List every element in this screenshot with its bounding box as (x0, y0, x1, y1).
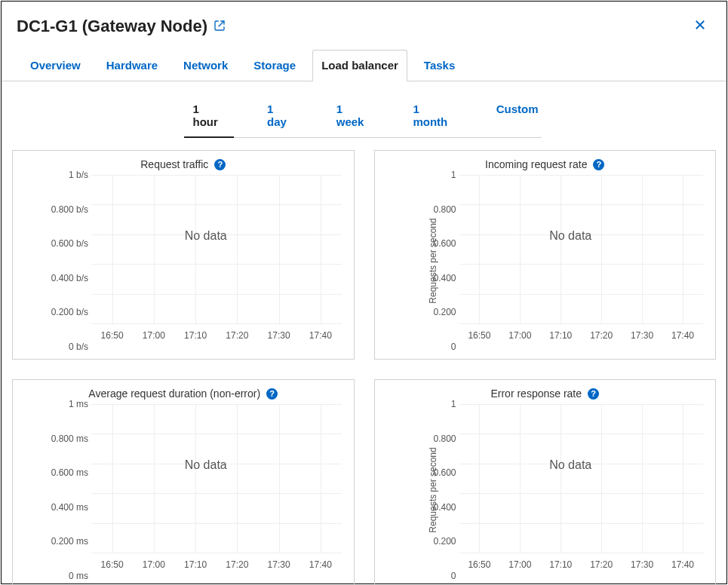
chart-card: Request traffic?1 b/s0.800 b/s0.600 b/s0… (12, 150, 355, 360)
chart-plot: 1 b/s0.800 b/s0.600 b/s0.400 b/s0.200 b/… (70, 175, 346, 347)
y-tick: 1 b/s (25, 170, 88, 180)
y-tick: 0 b/s (25, 342, 88, 352)
x-tick: 17:30 (631, 559, 653, 570)
chart-title: Incoming request rate? (382, 158, 708, 170)
chart-grid-area (459, 175, 704, 324)
page-title: DC1-G1 (Gateway Node) (17, 17, 226, 36)
x-tick: 17:10 (549, 330, 572, 341)
x-tick: 17:30 (268, 330, 290, 341)
y-tick: 0.400 b/s (25, 273, 88, 283)
x-tick: 17:10 (549, 559, 572, 570)
x-tick: 17:00 (508, 559, 531, 570)
title-text: DC1-G1 (Gateway Node) (17, 17, 207, 36)
help-icon[interactable]: ? (588, 388, 599, 400)
panel-header: DC1-G1 (Gateway Node) (2, 2, 726, 45)
time-range-bar: 1 hour 1 day 1 week 1 month Custom (187, 95, 542, 138)
open-external-icon[interactable] (213, 17, 226, 36)
range-1week[interactable]: 1 week (333, 95, 374, 137)
y-tick: 0.800 (393, 433, 456, 444)
node-detail-panel: DC1-G1 (Gateway Node) Overview Hardware … (1, 1, 727, 584)
y-tick: 0.400 (393, 502, 456, 513)
help-icon[interactable]: ? (266, 388, 278, 400)
chart-card: Error response rate?Requests per second1… (374, 379, 717, 585)
y-tick: 0 (393, 571, 456, 581)
x-tick: 17:00 (143, 559, 165, 570)
tab-overview[interactable]: Overview (30, 50, 81, 81)
x-tick: 17:10 (184, 330, 207, 341)
x-tick: 17:40 (671, 559, 694, 570)
chart-title: Average request duration (non-error)? (20, 387, 346, 400)
tab-storage[interactable]: Storage (253, 50, 296, 81)
y-tick: 0.800 ms (25, 433, 88, 444)
y-tick: 0 (393, 342, 456, 352)
no-data-text: No data (438, 229, 704, 243)
chart-title: Error response rate? (382, 387, 708, 400)
tab-tasks[interactable]: Tasks (424, 50, 455, 81)
range-custom[interactable]: Custom (493, 95, 542, 137)
y-tick: 0.400 ms (25, 502, 88, 513)
x-tick: 17:20 (226, 330, 248, 341)
x-tick: 17:30 (631, 330, 653, 341)
y-tick: 1 (393, 170, 456, 180)
range-1hour[interactable]: 1 hour (190, 95, 229, 137)
y-tick: 0 ms (25, 571, 88, 581)
tab-hardware[interactable]: Hardware (106, 50, 158, 81)
chart-grid-area (459, 404, 704, 553)
x-tick: 16:50 (101, 330, 124, 341)
tab-network[interactable]: Network (183, 50, 228, 81)
y-tick: 0.200 (393, 307, 456, 317)
no-data-text: No data (70, 229, 342, 243)
no-data-text: No data (70, 458, 342, 472)
chart-title-text: Incoming request rate (485, 158, 587, 170)
chart-grid-area (91, 175, 342, 324)
range-1day[interactable]: 1 day (264, 95, 297, 137)
x-tick: 17:40 (671, 330, 694, 341)
x-tick: 17:40 (309, 330, 332, 341)
y-tick: 0.800 (393, 204, 456, 215)
chart-ylabel: Requests per second (427, 218, 438, 303)
x-tick: 17:30 (268, 559, 290, 570)
chart-title-text: Average request duration (non-error) (88, 387, 260, 400)
y-tick: 1 ms (25, 399, 88, 409)
range-1month[interactable]: 1 month (410, 95, 456, 137)
y-tick: 1 (393, 399, 456, 409)
x-tick: 17:20 (226, 559, 248, 570)
help-icon[interactable]: ? (593, 159, 604, 170)
tab-load-balancer[interactable]: Load balancer (321, 50, 398, 81)
x-tick: 17:10 (184, 559, 207, 570)
x-tick: 17:00 (508, 330, 531, 341)
x-tick: 17:20 (590, 559, 613, 570)
chart-plot: Requests per second10.8000.6000.4000.200… (438, 175, 708, 347)
x-tick: 17:00 (143, 330, 165, 341)
chart-card: Average request duration (non-error)?1 m… (12, 379, 355, 585)
tab-bar: Overview Hardware Network Storage Load b… (2, 50, 726, 81)
y-tick: 0.200 b/s (25, 307, 88, 317)
chart-title-text: Error response rate (490, 387, 582, 400)
chart-title-text: Request traffic (140, 158, 208, 170)
close-button[interactable] (689, 14, 711, 39)
help-icon[interactable]: ? (214, 159, 226, 170)
x-tick: 17:20 (590, 330, 613, 341)
chart-plot: 1 ms0.800 ms0.600 ms0.400 ms0.200 ms0 ms… (70, 404, 346, 576)
y-tick: 0.200 (393, 536, 456, 547)
chart-grid: Request traffic?1 b/s0.800 b/s0.600 b/s0… (2, 138, 726, 585)
y-tick: 0.800 b/s (25, 204, 88, 215)
x-tick: 16:50 (468, 559, 490, 570)
y-tick: 0.400 (393, 273, 456, 283)
chart-grid-area (91, 404, 342, 553)
x-tick: 16:50 (468, 330, 490, 341)
x-tick: 16:50 (101, 559, 124, 570)
no-data-text: No data (438, 458, 704, 472)
chart-title: Request traffic? (20, 158, 346, 170)
chart-card: Incoming request rate?Requests per secon… (374, 150, 717, 360)
x-tick: 17:40 (309, 559, 332, 570)
y-tick: 0.200 ms (25, 536, 88, 547)
chart-plot: Requests per second10.8000.6000.4000.200… (438, 404, 708, 576)
chart-ylabel: Requests per second (427, 447, 438, 532)
